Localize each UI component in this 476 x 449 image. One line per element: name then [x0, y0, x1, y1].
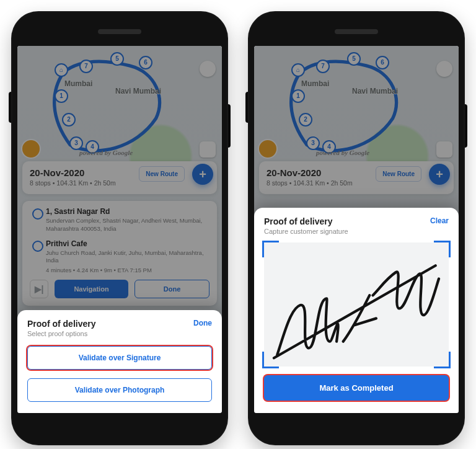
- sheet-title: Proof of delivery: [264, 216, 449, 226]
- sheet-done-link[interactable]: Done: [193, 319, 212, 327]
- mark-completed-button[interactable]: Mark as Completed: [264, 375, 449, 401]
- bezel-top: [254, 17, 459, 46]
- signature-sheet: Proof of delivery Capture customer signa…: [254, 208, 459, 413]
- sheet-subtitle: Select proof options: [27, 330, 212, 337]
- sheet-subtitle: Capture customer signature: [264, 228, 449, 235]
- clear-signature-link[interactable]: Clear: [430, 216, 449, 225]
- phone-frame-right: ⌂ 7 5 6 1 2 4 3 Mumbai Navi Mumbai power…: [248, 11, 465, 445]
- signature-stroke: [264, 242, 449, 375]
- screen-left: ⌂ 7 5 6 1 2 4 3 Mumbai Navi Mumbai power…: [17, 46, 222, 413]
- signature-pad[interactable]: [264, 242, 449, 367]
- validate-signature-option[interactable]: Validate over Signature: [27, 346, 212, 370]
- phone-frame-left: ⌂ 7 5 6 1 2 4 3 Mumbai Navi Mumbai power…: [11, 11, 228, 445]
- screen-right: ⌂ 7 5 6 1 2 4 3 Mumbai Navi Mumbai power…: [254, 46, 459, 413]
- proof-options-sheet: Proof of delivery Select proof options D…: [17, 310, 222, 413]
- bezel-top: [17, 17, 222, 46]
- sheet-title: Proof of delivery: [27, 319, 212, 329]
- validate-photograph-option[interactable]: Validate over Photograph: [27, 378, 212, 402]
